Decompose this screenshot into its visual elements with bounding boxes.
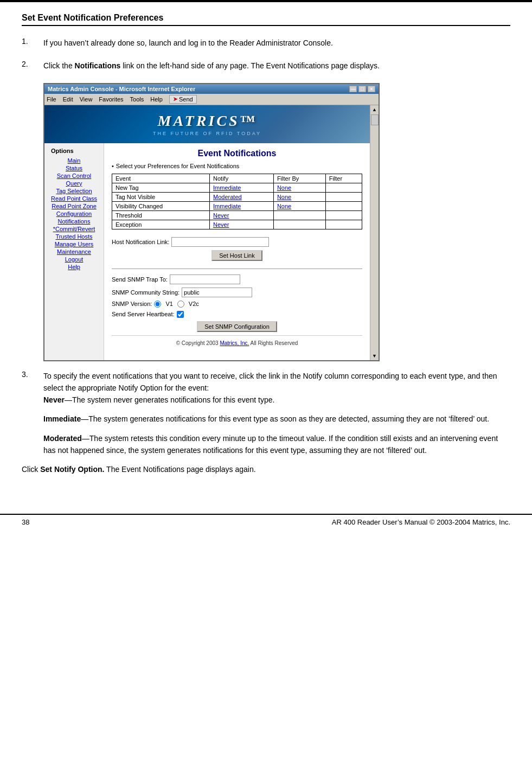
close-button[interactable]: ×: [368, 86, 375, 92]
sidebar-link-tag-selection[interactable]: Tag Selection: [47, 188, 101, 194]
snmp-community-row: SNMP Community String:: [112, 288, 362, 297]
minimize-button[interactable]: —: [349, 86, 357, 92]
snmp-community-input[interactable]: [182, 288, 252, 297]
filterby-cell-3: None: [273, 201, 325, 210]
sidebar-link-commit-revert[interactable]: *Commit/Revert: [47, 226, 101, 232]
notify-cell-3: Immediate: [210, 201, 274, 210]
sidebar-link-main[interactable]: Main: [47, 157, 101, 164]
matrics-tagline: THE FUTURE OF RFID TODAY: [153, 131, 261, 136]
sidebar-link-maintenance[interactable]: Maintenance: [47, 248, 101, 255]
filter-cell-5: [325, 220, 362, 229]
matrics-link[interactable]: Matrics, Inc.: [220, 340, 249, 346]
sidebar-link-configuration[interactable]: Configuration: [47, 210, 101, 217]
send-icon: ➤: [173, 96, 177, 102]
filter-cell-1: [325, 183, 362, 192]
filterby-link-3[interactable]: None: [277, 203, 291, 209]
moderated-term: Moderated: [43, 434, 82, 443]
table-row: Exception Never: [112, 220, 362, 229]
footer-page-number: 38: [22, 518, 29, 526]
never-definition: Never—The system never generates notific…: [43, 394, 510, 406]
section-title: Set Event Notification Preferences: [22, 13, 510, 26]
notify-link-4[interactable]: Never: [213, 212, 229, 219]
browser-title: Matrics Admin Console - Microsoft Intern…: [48, 86, 195, 92]
notify-cell-4: Never: [210, 210, 274, 220]
notify-cell-5: Never: [210, 220, 274, 229]
host-btn-row: Set Host Link: [112, 250, 362, 261]
menu-help[interactable]: Help: [150, 96, 163, 103]
immediate-def-text: —The system generates notifications for …: [81, 414, 489, 423]
matrics-banner: MATRICS™ THE FUTURE OF RFID TODAY: [44, 105, 370, 143]
menu-view[interactable]: View: [80, 96, 93, 103]
click-bold: Set Notify Option.: [40, 465, 104, 474]
page-footer: 38 AR 400 Reader User’s Manual © 2003-20…: [0, 514, 532, 529]
notify-link-3[interactable]: Immediate: [213, 203, 241, 209]
divider: [112, 269, 362, 269]
col-filter-by: Filter By: [273, 174, 325, 183]
notify-link-1[interactable]: Immediate: [213, 184, 241, 191]
footer-copyright: AR 400 Reader User’s Manual © 2003-2004 …: [332, 518, 510, 526]
snmp-version-label: SNMP Version:: [112, 301, 152, 307]
sidebar-link-notifications[interactable]: Notifications: [47, 218, 101, 225]
sidebar-link-trusted-hosts[interactable]: Trusted Hosts: [47, 233, 101, 240]
step-2-text: Click the Notifications link on the left…: [43, 60, 510, 72]
snmp-v1-label: V1: [165, 301, 172, 307]
event-cell-1: New Tag: [112, 183, 210, 192]
sidebar-link-query[interactable]: Query: [47, 180, 101, 187]
maximize-button[interactable]: □: [358, 86, 366, 92]
scroll-up-arrow[interactable]: ▲: [371, 106, 378, 113]
step-1-number: 1.: [22, 37, 38, 49]
set-host-link-button[interactable]: Set Host Link: [211, 250, 262, 261]
set-snmp-config-button[interactable]: Set SNMP Configuration: [197, 321, 277, 332]
instruction-line: • Select your Preferences for Event Noti…: [112, 163, 362, 169]
sidebar-link-read-point-zone[interactable]: Read Point Zone: [47, 203, 101, 209]
browser-titlebar: Matrics Admin Console - Microsoft Intern…: [44, 84, 379, 94]
send-label: Send: [179, 96, 193, 103]
menu-file[interactable]: File: [47, 96, 56, 103]
send-button[interactable]: ➤ Send: [169, 95, 197, 104]
sidebar-link-manage-users[interactable]: Manage Users: [47, 241, 101, 247]
menu-tools[interactable]: Tools: [130, 96, 144, 103]
host-link-input[interactable]: [171, 237, 269, 247]
snmp-v1-radio[interactable]: [154, 301, 161, 308]
notify-link-5[interactable]: Never: [213, 221, 229, 228]
event-cell-2: Tag Not Visible: [112, 192, 210, 201]
definitions-block: Never—The system never generates notific…: [43, 394, 510, 457]
notify-link-2[interactable]: Moderated: [213, 194, 242, 200]
sidebar-header: Options: [47, 148, 101, 154]
filterby-cell-1: None: [273, 183, 325, 192]
event-cell-5: Exception: [112, 220, 210, 229]
host-link-label: Host Notification Link:: [112, 239, 169, 245]
sidebar-link-scan-control[interactable]: Scan Control: [47, 173, 101, 179]
sidebar-link-help[interactable]: Help: [47, 264, 101, 270]
browser-outer: MATRICS™ THE FUTURE OF RFID TODAY Option…: [44, 105, 379, 360]
sidebar-link-logout[interactable]: Logout: [47, 256, 101, 263]
notifications-table: Event Notify Filter By Filter New Tag: [112, 174, 362, 229]
snmp-v2c-radio[interactable]: [177, 301, 184, 308]
step-3-number: 3.: [22, 370, 38, 394]
scroll-down-arrow[interactable]: ▼: [371, 352, 378, 360]
filterby-link-1[interactable]: None: [277, 184, 291, 191]
page-title-browser: Event Notifications: [112, 149, 362, 158]
snmp-radio-group: V1 V2c: [154, 301, 198, 308]
sidebar-link-status[interactable]: Status: [47, 165, 101, 171]
menu-favorites[interactable]: Favorites: [99, 96, 123, 103]
snmp-heartbeat-checkbox[interactable]: [177, 311, 184, 318]
sidebar-link-read-point-class[interactable]: Read Point Class: [47, 195, 101, 202]
snmp-trap-input[interactable]: [170, 275, 240, 284]
filter-cell-3: [325, 201, 362, 210]
never-def-text: —The system never generates notification…: [65, 395, 275, 404]
moderated-def-text: —The system retests this condition every…: [43, 434, 498, 455]
step-1-item: 1. If you haven’t already done so, launc…: [22, 37, 510, 49]
filterby-cell-5: [273, 220, 325, 229]
filterby-link-2[interactable]: None: [277, 194, 291, 200]
copyright-text-pre: © Copyright 2003: [176, 340, 220, 346]
host-link-row: Host Notification Link:: [112, 237, 362, 247]
click-line: Click Set Notify Option. The Event Notif…: [22, 464, 510, 476]
browser-body: MATRICS™ THE FUTURE OF RFID TODAY Option…: [44, 105, 370, 360]
filter-cell-2: [325, 192, 362, 201]
step-2-number: 2.: [22, 60, 38, 72]
scroll-thumb[interactable]: [371, 114, 379, 125]
copyright-text-post: All Rights Reserved: [249, 340, 298, 346]
step-3-row: 3. To specify the event notifications th…: [22, 370, 510, 394]
menu-edit[interactable]: Edit: [63, 96, 73, 103]
